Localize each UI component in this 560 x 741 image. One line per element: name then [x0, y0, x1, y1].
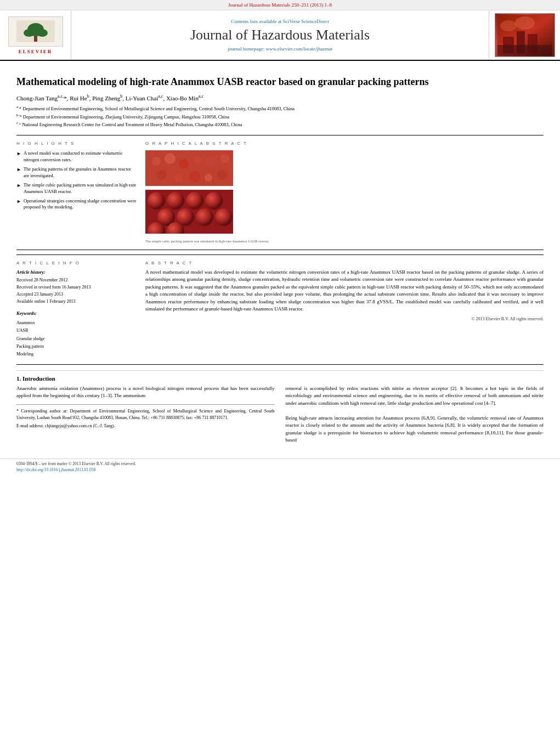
svg-point-32 — [215, 208, 233, 226]
journal-volume-info: Journal of Hazardous Materials 250–251 (… — [228, 2, 332, 8]
affiliation-c: c ᶜ National Engineering Research Center… — [16, 121, 544, 128]
graphical-abstract-caption: Tbe simple cubic packing pattern was sim… — [145, 239, 544, 244]
graphical-abstract-heading: G R A P H I C A L A B S T R A C T — [145, 141, 544, 146]
issn-notice: 0304-3894/$ – see front matter © 2013 El… — [16, 461, 544, 466]
email-note: E-mail address: chjtangzju@yahoo.com.cn … — [16, 423, 275, 429]
svg-point-20 — [174, 173, 183, 182]
intro-paragraph-3: Being high-rate attracts increasing atte… — [286, 415, 544, 444]
journal-top-bar: Journal of Hazardous Materials 250–251 (… — [0, 0, 560, 10]
svg-point-18 — [220, 154, 229, 163]
svg-point-27 — [186, 192, 203, 210]
keyword-2: UASB — [16, 327, 137, 335]
svg-point-19 — [157, 170, 167, 180]
intro-col-left: Anaerobic ammonia oxidation (Anammox) pr… — [16, 385, 275, 444]
elsevier-logo-image — [8, 16, 63, 47]
list-item: ► The packing patterns of the granules i… — [16, 166, 137, 179]
svg-rect-12 — [145, 150, 233, 186]
homepage-url[interactable]: www.elsevier.com/locate/jhazmat — [266, 46, 332, 52]
content-area: Mathematical modeling of high-rate Anamm… — [0, 61, 560, 454]
introduction-section: 1. Introduction Anaerobic ammonia oxidat… — [16, 375, 544, 444]
abstract-heading: A B S T R A C T — [145, 261, 544, 265]
received-date: Received 28 November 2012 — [16, 277, 137, 284]
intro-paragraph-1: Anaerobic ammonia oxidation (Anammox) pr… — [16, 385, 275, 400]
copyright-notice: © 2013 Elsevier B.V. All rights reserved… — [145, 316, 544, 321]
article-info-abstract-section: A R T I C L E I N F O Article history: R… — [16, 254, 544, 365]
keyword-4: Packing pattern — [16, 343, 137, 350]
svg-point-25 — [148, 192, 165, 210]
svg-point-21 — [189, 171, 200, 182]
intro-col-right: removal is accomplished by redox reactio… — [286, 385, 544, 444]
highlights-graphical-section: H I G H L I G H T S ► A novel model was … — [16, 135, 544, 250]
elsevier-label: ELSEVIER — [19, 49, 53, 54]
svg-rect-11 — [497, 45, 552, 56]
affiliations: a ᵃ Department of Environmental Engineer… — [16, 105, 544, 128]
svg-point-10 — [515, 16, 535, 30]
svg-point-23 — [217, 170, 227, 180]
history-label: Article history: — [16, 269, 137, 276]
svg-point-4 — [37, 29, 48, 37]
arrow-icon: ► — [16, 166, 21, 179]
highlights-heading: H I G H L I G H T S — [16, 141, 137, 146]
svg-point-31 — [196, 208, 213, 226]
introduction-title: 1. Introduction — [16, 375, 544, 382]
cover-image — [495, 13, 555, 57]
svg-point-9 — [500, 20, 517, 31]
svg-point-26 — [167, 192, 184, 210]
list-item: ► The simple cubic packing pattern was s… — [16, 182, 137, 195]
affiliation-b: b ᵇ Department of Environmental Engineer… — [16, 113, 544, 121]
introduction-columns: Anaerobic ammonia oxidation (Anammox) pr… — [16, 385, 544, 444]
svg-point-28 — [205, 192, 223, 210]
keywords-label: Keywords: — [16, 309, 137, 318]
svg-point-22 — [205, 174, 212, 182]
graphical-abstract-img1 — [145, 150, 544, 187]
header-center: Contents lists available at SciVerse Sci… — [71, 10, 489, 60]
article-info-heading: A R T I C L E I N F O — [16, 261, 137, 265]
cover-image-box — [489, 10, 560, 60]
keywords-section: Keywords: Anammox UASB Granular sludge P… — [16, 309, 137, 358]
abstract-text: A novel mathematical model was developed… — [145, 269, 544, 313]
article-info-column: A R T I C L E I N F O Article history: R… — [16, 261, 137, 359]
main-header: ELSEVIER Contents lists available at Sci… — [0, 10, 560, 61]
graphical-abstract-images: Tbe simple cubic packing pattern was sim… — [145, 150, 544, 244]
affiliation-a: a ᵃ Department of Environmental Engineer… — [16, 105, 544, 112]
bottom-bar: 0304-3894/$ – see front matter © 2013 El… — [0, 459, 560, 474]
elsevier-logo-box: ELSEVIER — [0, 10, 71, 60]
sciverse-link: Contents lists available at SciVerse Sci… — [231, 19, 329, 24]
svg-point-3 — [24, 29, 35, 37]
arrow-icon: ► — [16, 182, 21, 195]
doi-link[interactable]: http://dx.doi.org/10.1016/j.jhazmat.2013… — [16, 467, 544, 472]
article-history: Article history: Received 28 November 20… — [16, 269, 137, 306]
svg-point-14 — [165, 153, 176, 164]
keyword-5: Modeling — [16, 350, 137, 358]
footnotes: * Corresponding author at: Department of… — [16, 404, 275, 429]
abstract-column: A B S T R A C T A novel mathematical mod… — [145, 261, 544, 359]
journal-homepage: journal homepage: www.elsevier.com/locat… — [228, 46, 332, 52]
graphical-abstract-column: G R A P H I C A L A B S T R A C T — [145, 141, 544, 244]
journal-title: Journal of Hazardous Materials — [190, 26, 370, 43]
article-title: Mathematical modeling of high-rate Anamm… — [16, 76, 544, 88]
author-name: Chong-Jian Tanga,c,*, Rui Heb, Ping Zhen… — [16, 95, 203, 101]
authors-line: Chong-Jian Tanga,c,*, Rui Heb, Ping Zhen… — [16, 94, 544, 101]
sciverse-text[interactable]: SciVerse ScienceDirect — [283, 19, 329, 24]
keyword-1: Anammox — [16, 319, 137, 327]
arrow-icon: ► — [16, 198, 21, 211]
highlights-column: H I G H L I G H T S ► A novel model was … — [16, 141, 137, 244]
received-revised-date: Received in revised form 16 January 2013 — [16, 284, 137, 291]
list-item: ► A novel model was conducted to estimat… — [16, 150, 137, 163]
corresponding-author-note: * Corresponding author at: Department of… — [16, 408, 275, 421]
intro-paragraph-2: removal is accomplished by redox reactio… — [286, 385, 544, 408]
svg-point-13 — [152, 157, 161, 166]
graphical-abstract-img2 — [145, 190, 544, 235]
svg-point-16 — [194, 156, 201, 164]
svg-point-17 — [205, 156, 217, 168]
svg-point-15 — [179, 159, 189, 169]
list-item: ► Operational strategies concerning slud… — [16, 198, 137, 211]
section-divider — [16, 370, 544, 371]
highlights-list: ► A novel model was conducted to estimat… — [16, 150, 137, 211]
arrow-icon: ► — [16, 150, 21, 163]
page: Journal of Hazardous Materials 250–251 (… — [0, 0, 560, 741]
available-date: Available online 1 February 2013 — [16, 298, 137, 306]
keyword-3: Granular sludge — [16, 335, 137, 343]
accepted-date: Accepted 23 January 2013 — [16, 291, 137, 298]
